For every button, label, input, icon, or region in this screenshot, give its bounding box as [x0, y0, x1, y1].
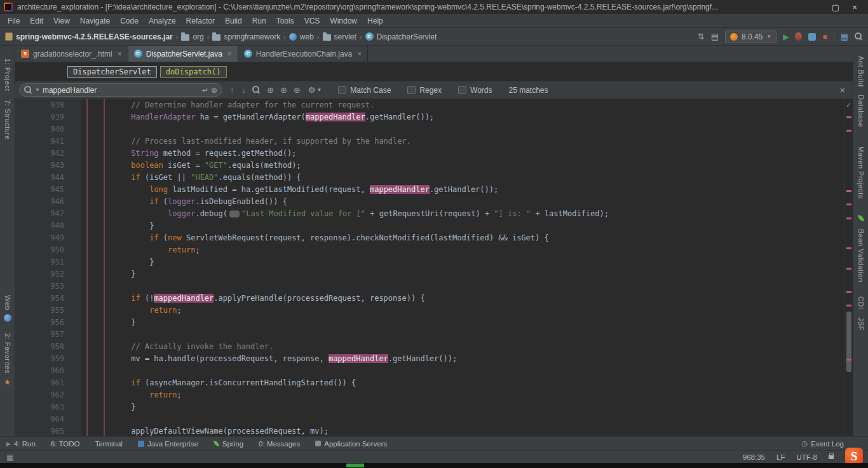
toolbar-extra-icon-1[interactable]: ⇅	[698, 32, 705, 41]
tool-window-button-6-todo[interactable]: 6: TODO	[51, 440, 80, 448]
next-occurrence-button[interactable]: ↓	[242, 85, 247, 95]
menu-file[interactable]: File	[3, 15, 25, 27]
line-number: 953	[15, 280, 64, 292]
search-field[interactable]: ▼ ↵ ⊗	[19, 83, 222, 97]
breadcrumb-item-springframework[interactable]: springframework	[212, 32, 280, 41]
search-match-mark[interactable]	[846, 130, 851, 132]
search-match-mark[interactable]	[846, 217, 851, 219]
tool-button-1-project[interactable]: 1: Project	[4, 59, 11, 91]
previous-occurrence-button[interactable]: ↑	[230, 85, 234, 95]
breadcrumb-item-web[interactable]: web	[289, 32, 314, 41]
tool-button-bean-validation[interactable]: Bean Validation	[857, 229, 865, 282]
search-match-mark[interactable]	[846, 359, 851, 361]
close-tab-icon[interactable]: ×	[227, 50, 232, 59]
code-area[interactable]: // Determine handler adapter for the cur…	[81, 99, 844, 436]
code-token: }	[85, 221, 154, 230]
inspections-ok-icon[interactable]: ✓	[846, 101, 851, 109]
menu-window[interactable]: Window	[325, 15, 362, 27]
code-line: return;	[81, 305, 844, 317]
tool-window-switcher-icon[interactable]: ▦	[6, 453, 13, 462]
menu-view[interactable]: View	[48, 15, 75, 27]
tool-windows-icon[interactable]: ▦	[841, 32, 848, 41]
close-tab-icon[interactable]: ×	[118, 50, 122, 59]
tool-window-button-4-run[interactable]: ▶4: Run	[6, 440, 36, 448]
newline-icon[interactable]: ↵	[202, 86, 208, 95]
run-button[interactable]: ▶	[783, 32, 789, 41]
menu-edit[interactable]: Edit	[25, 15, 48, 27]
tool-button-2-favorites[interactable]: 2: Favorites	[4, 333, 11, 373]
search-match-mark[interactable]	[846, 291, 851, 293]
menu-vcs[interactable]: VCS	[299, 15, 325, 27]
menu-refactor[interactable]: Refactor	[181, 15, 220, 27]
search-match-mark[interactable]	[846, 203, 851, 205]
add-selection-icon[interactable]: ⊕	[267, 85, 274, 95]
search-history-chevron-icon[interactable]: ▼	[35, 87, 40, 93]
editor-tab-dispatcherservlet-java[interactable]: CDispatcherServlet.java×	[128, 46, 238, 62]
breadcrumb-item-servlet[interactable]: servlet	[323, 32, 356, 41]
tool-window-button-0-messages[interactable]: 0: Messages	[259, 440, 300, 448]
error-stripe[interactable]: ✓	[844, 99, 853, 436]
search-settings-icon[interactable]: ⚙▼	[308, 85, 322, 95]
stop-button[interactable]: ■	[822, 32, 827, 41]
menu-build[interactable]: Build	[220, 15, 247, 27]
tool-button-ant-build[interactable]: Ant Build	[857, 56, 865, 87]
tool-window-button-application-servers[interactable]: Application Servers	[315, 440, 387, 448]
tool-button-maven-projects[interactable]: Maven Projects	[857, 146, 865, 199]
coverage-button[interactable]	[808, 33, 816, 41]
search-match-mark[interactable]	[846, 190, 851, 192]
encoding-widget[interactable]: UTF-8	[796, 453, 817, 461]
menu-help[interactable]: Help	[362, 15, 388, 27]
unselect-occurrence-icon[interactable]: ⊕	[294, 85, 301, 95]
caret-position-widget[interactable]: 968:35	[743, 453, 765, 461]
menu-code[interactable]: Code	[115, 15, 144, 27]
code-token: "Last-Modified value for ["	[241, 209, 365, 218]
read-only-lock-icon[interactable]	[829, 455, 834, 459]
breadcrumb-item-org[interactable]: org	[181, 32, 203, 41]
search-match-mark[interactable]	[846, 116, 851, 118]
debug-button[interactable]	[795, 32, 802, 41]
gutter[interactable]: 9389399409419429439449459469479489499509…	[15, 99, 81, 436]
tool-button-jsf[interactable]: JSF	[857, 317, 865, 331]
run-configuration-selector[interactable]: 8.0.45 ▼	[725, 31, 776, 43]
search-match-mark[interactable]	[846, 247, 851, 249]
toolbar-extra-icon-2[interactable]: ▤	[711, 32, 719, 41]
close-find-icon[interactable]: ×	[836, 85, 849, 95]
editor-tab-gradationselector-html[interactable]: 5gradationselector_.html×	[15, 46, 128, 62]
search-everywhere-icon[interactable]	[855, 32, 863, 41]
search-icon	[24, 86, 32, 94]
menu-tools[interactable]: Tools	[271, 15, 299, 27]
menu-navigate[interactable]: Navigate	[75, 15, 115, 27]
breadcrumb-item-spring-webmvc-4-2-5-release-sources-jar[interactable]: spring-webmvc-4.2.5.RELEASE-sources.jar	[5, 32, 173, 41]
tool-button-cdi[interactable]: CDI	[857, 296, 865, 309]
menu-run[interactable]: Run	[247, 15, 271, 27]
breadcrumb-item-dispatcherservlet[interactable]: CDispatcherServlet	[365, 32, 437, 41]
tool-window-button-java-enterprise[interactable]: Java Enterprise	[138, 440, 198, 448]
tool-window-label: Application Servers	[324, 440, 387, 448]
tool-button-7-structure[interactable]: 7: Structure	[4, 100, 11, 140]
code-line	[81, 280, 844, 292]
tool-window-button-terminal[interactable]: Terminal	[95, 440, 122, 448]
line-ending-widget[interactable]: LF	[776, 453, 785, 461]
event-log-button[interactable]: ◷ Event Log	[802, 439, 862, 448]
scrollbar-thumb[interactable]	[846, 312, 851, 372]
words-checkbox[interactable]: Words	[458, 86, 492, 95]
regex-checkbox[interactable]: Regex	[407, 86, 442, 95]
maximize-button[interactable]: ▢	[826, 3, 845, 12]
breadcrumb-chip-dispatcherservlet[interactable]: DispatcherServlet	[67, 66, 157, 78]
close-button[interactable]: ×	[845, 3, 864, 12]
tool-button-web[interactable]: Web	[4, 295, 11, 310]
clear-search-icon[interactable]: ⊗	[211, 86, 217, 95]
find-all-icon[interactable]	[252, 86, 261, 94]
select-all-occurrences-icon[interactable]: ⊕	[280, 85, 287, 95]
menu-analyze[interactable]: Analyze	[144, 15, 181, 27]
breadcrumb-chip-dodispatch[interactable]: doDispatch()	[160, 66, 227, 78]
search-input[interactable]	[43, 86, 200, 95]
close-tab-icon[interactable]: ×	[357, 50, 362, 59]
editor-tab-handlerexecutionchain-java[interactable]: CHandlerExecutionChain.java×	[238, 46, 368, 62]
search-match-mark[interactable]	[846, 268, 851, 270]
search-match-mark[interactable]	[846, 305, 851, 306]
tool-button-database[interactable]: Database	[857, 95, 865, 127]
tool-window-button-spring[interactable]: Spring	[214, 440, 243, 448]
match-case-checkbox[interactable]: Match Case	[338, 86, 391, 95]
code-token: + getRequestUri(request) +	[365, 209, 494, 218]
